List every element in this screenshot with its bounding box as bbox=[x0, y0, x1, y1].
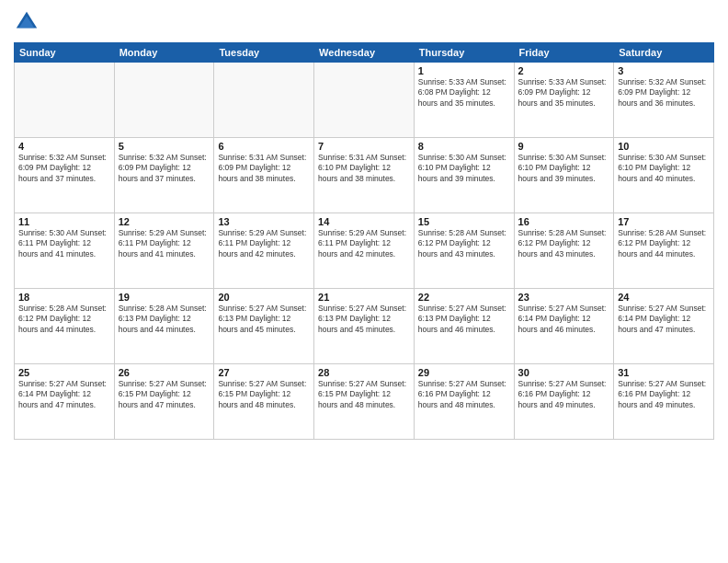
day-info: Sunrise: 5:28 AM Sunset: 6:12 PM Dayligh… bbox=[18, 304, 110, 335]
calendar-cell: 7Sunrise: 5:31 AM Sunset: 6:10 PM Daylig… bbox=[314, 138, 415, 213]
day-number: 8 bbox=[418, 141, 510, 152]
day-info: Sunrise: 5:30 AM Sunset: 6:10 PM Dayligh… bbox=[618, 153, 710, 184]
calendar-week-row: 25Sunrise: 5:27 AM Sunset: 6:14 PM Dayli… bbox=[15, 364, 714, 440]
day-number: 1 bbox=[418, 65, 510, 76]
calendar-cell: 4Sunrise: 5:32 AM Sunset: 6:09 PM Daylig… bbox=[15, 138, 115, 213]
day-number: 27 bbox=[218, 367, 310, 378]
day-number: 2 bbox=[518, 65, 610, 76]
day-number: 10 bbox=[618, 141, 710, 152]
day-info: Sunrise: 5:30 AM Sunset: 6:10 PM Dayligh… bbox=[518, 153, 610, 184]
day-info: Sunrise: 5:28 AM Sunset: 6:12 PM Dayligh… bbox=[518, 228, 610, 259]
calendar-week-row: 18Sunrise: 5:28 AM Sunset: 6:12 PM Dayli… bbox=[15, 289, 714, 364]
calendar-cell: 21Sunrise: 5:27 AM Sunset: 6:13 PM Dayli… bbox=[314, 289, 415, 364]
calendar-cell: 12Sunrise: 5:29 AM Sunset: 6:11 PM Dayli… bbox=[114, 213, 214, 289]
day-number: 18 bbox=[18, 292, 110, 303]
day-info: Sunrise: 5:30 AM Sunset: 6:10 PM Dayligh… bbox=[418, 153, 510, 184]
day-info: Sunrise: 5:33 AM Sunset: 6:09 PM Dayligh… bbox=[518, 77, 610, 109]
day-info: Sunrise: 5:29 AM Sunset: 6:11 PM Dayligh… bbox=[119, 228, 210, 259]
day-number: 6 bbox=[218, 141, 310, 152]
calendar-day-header: Saturday bbox=[614, 43, 714, 63]
calendar-day-header: Tuesday bbox=[214, 43, 314, 63]
day-info: Sunrise: 5:29 AM Sunset: 6:11 PM Dayligh… bbox=[318, 228, 410, 259]
calendar-cell: 5Sunrise: 5:32 AM Sunset: 6:09 PM Daylig… bbox=[114, 138, 214, 213]
calendar-cell: 23Sunrise: 5:27 AM Sunset: 6:14 PM Dayli… bbox=[514, 289, 614, 364]
logo bbox=[14, 9, 43, 35]
calendar-day-header: Monday bbox=[114, 43, 214, 63]
day-info: Sunrise: 5:27 AM Sunset: 6:15 PM Dayligh… bbox=[318, 379, 410, 410]
day-number: 19 bbox=[119, 292, 210, 303]
day-number: 7 bbox=[318, 141, 410, 152]
day-number: 13 bbox=[218, 216, 310, 227]
day-info: Sunrise: 5:27 AM Sunset: 6:16 PM Dayligh… bbox=[418, 379, 510, 410]
day-number: 14 bbox=[318, 216, 410, 227]
calendar-cell: 30Sunrise: 5:27 AM Sunset: 6:16 PM Dayli… bbox=[514, 364, 614, 440]
header bbox=[14, 9, 714, 35]
day-info: Sunrise: 5:28 AM Sunset: 6:12 PM Dayligh… bbox=[418, 228, 510, 259]
calendar-cell: 18Sunrise: 5:28 AM Sunset: 6:12 PM Dayli… bbox=[15, 289, 115, 364]
calendar-day-header: Wednesday bbox=[314, 43, 415, 63]
day-info: Sunrise: 5:30 AM Sunset: 6:11 PM Dayligh… bbox=[18, 228, 110, 259]
calendar-cell: 8Sunrise: 5:30 AM Sunset: 6:10 PM Daylig… bbox=[414, 138, 514, 213]
calendar-cell: 29Sunrise: 5:27 AM Sunset: 6:16 PM Dayli… bbox=[414, 364, 514, 440]
day-number: 3 bbox=[618, 65, 710, 76]
day-info: Sunrise: 5:27 AM Sunset: 6:16 PM Dayligh… bbox=[518, 379, 610, 410]
day-number: 9 bbox=[518, 141, 610, 152]
calendar-table: SundayMondayTuesdayWednesdayThursdayFrid… bbox=[14, 42, 714, 440]
calendar-cell: 14Sunrise: 5:29 AM Sunset: 6:11 PM Dayli… bbox=[314, 213, 415, 289]
day-number: 15 bbox=[418, 216, 510, 227]
day-info: Sunrise: 5:27 AM Sunset: 6:13 PM Dayligh… bbox=[418, 304, 510, 335]
calendar-cell: 17Sunrise: 5:28 AM Sunset: 6:12 PM Dayli… bbox=[614, 213, 714, 289]
day-number: 4 bbox=[18, 141, 110, 152]
calendar-cell: 13Sunrise: 5:29 AM Sunset: 6:11 PM Dayli… bbox=[214, 213, 314, 289]
calendar-cell: 20Sunrise: 5:27 AM Sunset: 6:13 PM Dayli… bbox=[214, 289, 314, 364]
calendar-cell: 15Sunrise: 5:28 AM Sunset: 6:12 PM Dayli… bbox=[414, 213, 514, 289]
day-number: 20 bbox=[218, 292, 310, 303]
day-info: Sunrise: 5:31 AM Sunset: 6:09 PM Dayligh… bbox=[218, 153, 310, 184]
logo-icon bbox=[14, 9, 40, 35]
day-number: 21 bbox=[318, 292, 410, 303]
day-info: Sunrise: 5:28 AM Sunset: 6:13 PM Dayligh… bbox=[119, 304, 210, 335]
day-number: 29 bbox=[418, 367, 510, 378]
day-number: 25 bbox=[18, 367, 110, 378]
day-number: 26 bbox=[119, 367, 210, 378]
calendar-cell: 1Sunrise: 5:33 AM Sunset: 6:08 PM Daylig… bbox=[414, 63, 514, 138]
calendar-day-header: Friday bbox=[514, 43, 614, 63]
day-number: 17 bbox=[618, 216, 710, 227]
calendar-cell: 3Sunrise: 5:32 AM Sunset: 6:09 PM Daylig… bbox=[614, 63, 714, 138]
calendar-cell bbox=[15, 63, 115, 138]
day-info: Sunrise: 5:27 AM Sunset: 6:13 PM Dayligh… bbox=[218, 304, 310, 335]
calendar-week-row: 1Sunrise: 5:33 AM Sunset: 6:08 PM Daylig… bbox=[15, 63, 714, 138]
day-number: 30 bbox=[518, 367, 610, 378]
day-info: Sunrise: 5:32 AM Sunset: 6:09 PM Dayligh… bbox=[119, 153, 210, 184]
day-info: Sunrise: 5:32 AM Sunset: 6:09 PM Dayligh… bbox=[18, 153, 110, 184]
calendar-header-row: SundayMondayTuesdayWednesdayThursdayFrid… bbox=[15, 43, 714, 63]
day-number: 31 bbox=[618, 367, 710, 378]
calendar-cell bbox=[314, 63, 415, 138]
calendar-cell: 11Sunrise: 5:30 AM Sunset: 6:11 PM Dayli… bbox=[15, 213, 115, 289]
day-number: 24 bbox=[618, 292, 710, 303]
calendar-cell: 26Sunrise: 5:27 AM Sunset: 6:15 PM Dayli… bbox=[114, 364, 214, 440]
calendar-cell: 9Sunrise: 5:30 AM Sunset: 6:10 PM Daylig… bbox=[514, 138, 614, 213]
calendar-week-row: 11Sunrise: 5:30 AM Sunset: 6:11 PM Dayli… bbox=[15, 213, 714, 289]
day-number: 28 bbox=[318, 367, 410, 378]
day-info: Sunrise: 5:27 AM Sunset: 6:14 PM Dayligh… bbox=[518, 304, 610, 335]
day-info: Sunrise: 5:27 AM Sunset: 6:15 PM Dayligh… bbox=[119, 379, 210, 410]
calendar-cell: 25Sunrise: 5:27 AM Sunset: 6:14 PM Dayli… bbox=[15, 364, 115, 440]
day-info: Sunrise: 5:32 AM Sunset: 6:09 PM Dayligh… bbox=[618, 77, 710, 109]
day-number: 11 bbox=[18, 216, 110, 227]
calendar-week-row: 4Sunrise: 5:32 AM Sunset: 6:09 PM Daylig… bbox=[15, 138, 714, 213]
day-number: 5 bbox=[119, 141, 210, 152]
page: SundayMondayTuesdayWednesdayThursdayFrid… bbox=[0, 0, 728, 563]
day-info: Sunrise: 5:27 AM Sunset: 6:16 PM Dayligh… bbox=[618, 379, 710, 410]
calendar-cell: 2Sunrise: 5:33 AM Sunset: 6:09 PM Daylig… bbox=[514, 63, 614, 138]
day-number: 22 bbox=[418, 292, 510, 303]
calendar-cell: 10Sunrise: 5:30 AM Sunset: 6:10 PM Dayli… bbox=[614, 138, 714, 213]
day-number: 12 bbox=[119, 216, 210, 227]
calendar-cell: 16Sunrise: 5:28 AM Sunset: 6:12 PM Dayli… bbox=[514, 213, 614, 289]
day-info: Sunrise: 5:27 AM Sunset: 6:14 PM Dayligh… bbox=[18, 379, 110, 410]
day-info: Sunrise: 5:27 AM Sunset: 6:13 PM Dayligh… bbox=[318, 304, 410, 335]
calendar-cell: 28Sunrise: 5:27 AM Sunset: 6:15 PM Dayli… bbox=[314, 364, 415, 440]
calendar-cell: 27Sunrise: 5:27 AM Sunset: 6:15 PM Dayli… bbox=[214, 364, 314, 440]
day-info: Sunrise: 5:27 AM Sunset: 6:14 PM Dayligh… bbox=[618, 304, 710, 335]
calendar-cell: 31Sunrise: 5:27 AM Sunset: 6:16 PM Dayli… bbox=[614, 364, 714, 440]
